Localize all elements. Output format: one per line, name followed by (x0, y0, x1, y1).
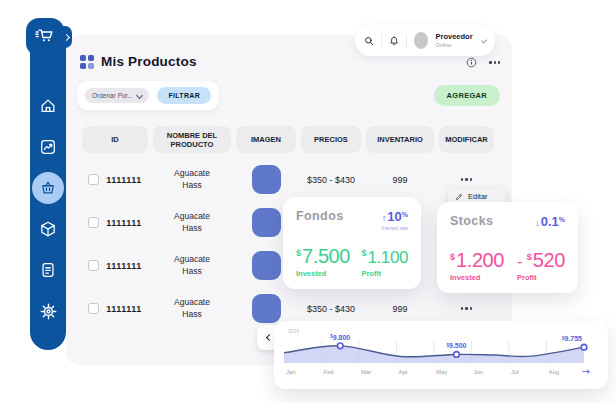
chart-x-label: Mar (361, 369, 371, 375)
chevron-down-icon (136, 92, 143, 99)
chart-icon (39, 138, 57, 156)
cart-icon (34, 26, 56, 48)
chart-marker (581, 344, 587, 350)
row-product-image (252, 165, 281, 194)
bell-icon[interactable] (389, 35, 399, 47)
user-name: Proveedor (435, 32, 472, 41)
fondos-invested: $7.500 Invested (296, 245, 350, 278)
row-inventory: 999 (366, 304, 434, 314)
chart-marker (337, 343, 343, 349)
filter-button[interactable]: FILTRAR (157, 87, 211, 104)
row-product-name: Aguacate Hass (166, 297, 218, 319)
fondos-card: Fondos ↑10% Interest rate $7.500 Investe… (283, 197, 421, 289)
sidebar-item-packages[interactable] (32, 213, 64, 245)
basket-icon (39, 179, 57, 197)
row-product-image (252, 251, 281, 280)
fondos-change: 10 (387, 209, 401, 224)
arrow-up-icon: ↑ (382, 213, 387, 223)
column-header-inventory: INVENTARIO (366, 126, 434, 153)
add-button[interactable]: AGREGAR (434, 85, 500, 106)
sidebar-item-products[interactable] (32, 172, 64, 204)
sidebar-item-settings[interactable] (32, 295, 64, 327)
row-id: 1111111 (106, 304, 142, 314)
sidebar-item-analytics[interactable] (32, 131, 64, 163)
sidebar (30, 24, 66, 350)
row-inventory: 999 (366, 175, 434, 185)
arrow-down-icon: ↓ (535, 218, 540, 228)
chart-marker (454, 352, 460, 358)
info-icon[interactable] (466, 57, 477, 68)
column-header-id: ID (82, 126, 148, 153)
chart-x-label: May (436, 369, 447, 375)
chart-x-label: Jul (511, 369, 519, 375)
row-product-image (252, 208, 281, 237)
row-price: $350 - $430 (301, 304, 361, 314)
row-product-name: Aguacate Hass (166, 168, 218, 190)
column-header-price: PRECIOS (301, 126, 361, 153)
column-header-image: IMAGEN (236, 126, 296, 153)
fondos-profit: $1.100 Profit (361, 248, 408, 278)
row-checkbox[interactable] (88, 174, 99, 185)
chart-x-label: Jun (474, 369, 484, 375)
chart-marker-label: $9.500 (446, 342, 466, 349)
sort-dropdown[interactable]: Ordenar Por... (85, 88, 149, 103)
stocks-change: 0.1 (541, 214, 559, 229)
row-product-name: Aguacate Hass (166, 254, 218, 276)
chevron-down-icon[interactable] (480, 37, 487, 44)
page-title: Mis Productos (101, 54, 197, 69)
chevron-right-icon (63, 33, 70, 40)
stock-chart: $9.800$9.500$9.755JanFebMarAprMayJunJulA… (282, 329, 600, 379)
column-header-modify: MODIFICAR (439, 126, 494, 153)
table-row: 1111111 Aguacate Hass $350 - $430 999 (82, 158, 494, 201)
chart-marker-label: $9.800 (330, 334, 350, 341)
box-icon (39, 220, 57, 238)
search-icon[interactable] (364, 35, 374, 47)
sidebar-item-home[interactable] (32, 90, 64, 122)
row-edit-label: Editar (468, 192, 488, 201)
row-checkbox[interactable] (88, 260, 99, 271)
chart-next-arrow[interactable]: → (582, 366, 590, 377)
row-checkbox[interactable] (88, 303, 99, 314)
column-header-name: NOMBRE DEL PRODUCTO (153, 126, 231, 153)
table-header: ID NOMBRE DEL PRODUCTO IMAGEN PRECIOS IN… (82, 126, 494, 153)
chart-x-label: Feb (324, 369, 335, 375)
chart-x-label: Apr (399, 369, 408, 375)
row-product-image (252, 294, 281, 323)
filter-bar: Ordenar Por... FILTRAR (77, 81, 219, 110)
chart-x-label: Jan (286, 369, 296, 375)
document-icon (39, 261, 57, 279)
fondos-change-note: Interest rate (381, 225, 408, 231)
chart-marker-label: $9.755 (562, 335, 582, 342)
stocks-card: Stocks ↓0.1% $1.200 Invested - $520 Prof… (437, 202, 578, 293)
sidebar-item-documents[interactable] (32, 254, 64, 286)
chevron-left-icon (266, 334, 273, 341)
gear-icon (39, 302, 58, 321)
row-menu-icon[interactable] (439, 178, 494, 180)
dashboard-page: Mis Productos Ordenar Por... FILTRAR AGR… (0, 0, 616, 403)
pencil-icon (455, 193, 463, 201)
row-product-name: Aguacate Hass (166, 211, 218, 233)
row-id: 1111111 (106, 175, 142, 185)
row-checkbox[interactable] (88, 217, 99, 228)
row-price: $350 - $430 (301, 175, 361, 185)
row-id: 1111111 (106, 218, 142, 228)
fondos-title: Fondos (296, 209, 344, 223)
stocks-title: Stocks (450, 214, 493, 228)
stocks-invested: $1.200 Invested (450, 249, 504, 282)
grid-icon (80, 55, 93, 68)
stocks-profit: - $520 Profit (517, 249, 565, 282)
row-menu-icon[interactable] (439, 307, 494, 309)
avatar[interactable] (414, 32, 428, 49)
stock-chart-card: 2019 $9.800$9.500$9.755JanFebMarAprMayJu… (274, 321, 608, 389)
user-status: Online (435, 42, 472, 49)
home-icon (39, 97, 57, 115)
chart-x-label: Aug (549, 369, 560, 375)
topbar: Proveedor Online (355, 25, 495, 56)
sort-dropdown-label: Ordenar Por... (92, 92, 133, 99)
logo-square (26, 18, 64, 56)
row-id: 1111111 (106, 261, 142, 271)
ellipsis-menu-icon[interactable] (489, 61, 500, 63)
